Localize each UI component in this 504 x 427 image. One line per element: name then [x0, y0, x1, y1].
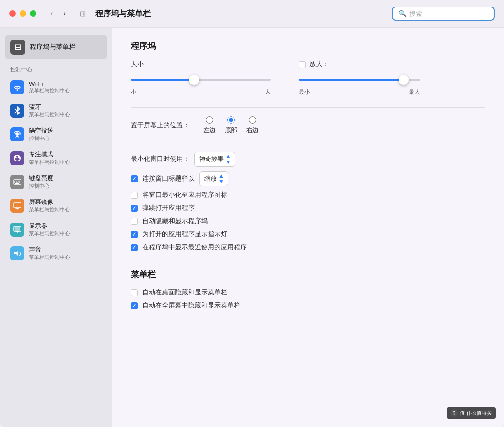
autohide-row: 自动隐藏和显示程序坞	[131, 217, 485, 225]
magnify-range-labels: 最小 最大	[299, 88, 420, 96]
sidebar-item-focus[interactable]: 专注模式 菜单栏与控制中心	[5, 147, 107, 169]
position-bottom-option[interactable]: 底部	[225, 116, 237, 134]
back-arrow[interactable]: ‹	[47, 8, 57, 19]
magnify-label-row: 放大：	[299, 60, 420, 69]
magnify-slider-container	[299, 74, 420, 83]
position-left-label: 左边	[203, 126, 216, 134]
svg-point-0	[16, 133, 19, 136]
mirror-text: 屏幕镜像 菜单栏与控制中心	[29, 198, 70, 213]
position-left-radio[interactable]	[206, 116, 213, 124]
svg-rect-4	[18, 181, 19, 182]
size-slider-group: 大小： 小 大	[131, 60, 271, 96]
search-box: 🔍	[392, 7, 495, 21]
titlebar: ‹ › ⊞ 程序坞与菜单栏 🔍	[0, 0, 504, 28]
double-click-effect-select[interactable]: 缩放 ▲▼	[199, 171, 228, 186]
size-slider[interactable]	[131, 79, 271, 81]
size-slider-container	[131, 74, 271, 83]
sidebar: ⊟ 程序坞与菜单栏 控制中心 Wi-Fi 菜单栏与控制中心 蓝牙	[0, 28, 112, 427]
svg-rect-3	[16, 181, 17, 182]
indicators-checkbox[interactable]	[131, 231, 138, 238]
position-bottom-radio[interactable]	[227, 116, 235, 124]
magnify-slider-group: 放大： 最小 最大	[299, 60, 420, 96]
mirror-icon	[10, 199, 24, 213]
question-mark-icon: ?	[450, 409, 458, 417]
position-left-option[interactable]: 左边	[203, 116, 216, 134]
svg-rect-5	[19, 181, 20, 182]
menubar-desktop-checkbox[interactable]	[131, 289, 138, 296]
close-button[interactable]	[9, 10, 16, 17]
svg-rect-7	[16, 182, 19, 183]
size-range-labels: 小 大	[131, 88, 271, 96]
size-label: 大小：	[131, 60, 271, 69]
sidebar-item-wifi[interactable]: Wi-Fi 菜单栏与控制中心	[5, 77, 107, 98]
nav-arrows: ‹ ›	[47, 8, 70, 19]
main-layout: ⊟ 程序坞与菜单栏 控制中心 Wi-Fi 菜单栏与控制中心 蓝牙	[0, 28, 504, 427]
content-area: 程序坞 大小： 小 大 放大：	[112, 28, 504, 427]
recent-row: 在程序坞中显示最近使用的应用程序	[131, 243, 485, 252]
sidebar-selected-item[interactable]: ⊟ 程序坞与菜单栏	[5, 35, 107, 59]
minimize-to-icon-checkbox[interactable]	[131, 192, 138, 199]
position-right-option[interactable]: 右边	[246, 116, 259, 134]
bounce-row: 弹跳打开应用程序	[131, 204, 485, 212]
bluetooth-text: 蓝牙 菜单栏与控制中心	[29, 103, 70, 118]
dock-section-title: 程序坞	[131, 41, 485, 52]
svg-rect-9	[15, 183, 19, 184]
airdrop-icon	[10, 127, 24, 141]
focus-text: 专注模式 菜单栏与控制中心	[29, 150, 70, 166]
watermark: ? 值 什么值得买	[447, 407, 496, 419]
wifi-icon	[10, 80, 24, 94]
double-click-row: 连按窗口标题栏以 缩放 ▲▼	[131, 171, 485, 186]
watermark-text: 值 什么值得买	[460, 410, 492, 417]
airdrop-text: 隔空投送 控制中心	[29, 126, 53, 142]
position-right-label: 右边	[246, 126, 259, 134]
display-icon	[10, 223, 24, 237]
minimize-row: 最小化窗口时使用： 神奇效果 ▲▼	[131, 152, 485, 167]
titlebar-title: 程序坞与菜单栏	[95, 8, 385, 19]
svg-rect-6	[14, 182, 15, 183]
minimize-button[interactable]	[20, 10, 26, 17]
sound-icon	[10, 246, 24, 260]
sidebar-item-mirror[interactable]: 屏幕镜像 菜单栏与控制中心	[5, 194, 107, 217]
position-right-radio[interactable]	[249, 116, 256, 124]
recent-checkbox[interactable]	[131, 244, 138, 251]
magnify-checkbox[interactable]	[299, 61, 306, 68]
sliders-row: 大小： 小 大 放大： 最小	[131, 60, 485, 96]
menubar-fullscreen-row: 自动在全屏幕中隐藏和显示菜单栏	[131, 301, 485, 310]
sidebar-item-display[interactable]: 显示器 菜单栏与控制中心	[5, 218, 107, 241]
forward-arrow[interactable]: ›	[60, 8, 70, 19]
divider-1	[131, 107, 485, 108]
position-row: 置于屏幕上的位置： 左边 底部 右边	[131, 116, 485, 134]
svg-rect-2	[14, 181, 15, 182]
svg-rect-10	[14, 203, 21, 208]
grid-icon[interactable]: ⊞	[77, 8, 88, 19]
menubar-fullscreen-checkbox[interactable]	[131, 302, 138, 309]
selected-icon: ⊟	[10, 40, 25, 55]
magnify-slider[interactable]	[299, 79, 420, 81]
wifi-text: Wi-Fi 菜单栏与控制中心	[29, 80, 70, 94]
sidebar-item-keyboard[interactable]: 键盘亮度 控制中心	[5, 170, 107, 193]
search-icon: 🔍	[399, 10, 406, 17]
svg-rect-8	[19, 182, 20, 183]
sidebar-section-title: 控制中心	[5, 66, 107, 74]
focus-icon	[10, 151, 24, 165]
select-arrows-2-icon: ▲▼	[218, 173, 224, 184]
traffic-lights	[9, 10, 36, 17]
indicators-row: 为打开的应用程序显示指示灯	[131, 230, 485, 238]
keyboard-text: 键盘亮度 控制中心	[29, 174, 53, 189]
position-bottom-label: 底部	[225, 126, 237, 134]
bounce-checkbox[interactable]	[131, 205, 138, 212]
double-click-checkbox[interactable]	[131, 175, 138, 182]
divider-3	[131, 260, 485, 260]
search-input[interactable]	[409, 10, 484, 17]
sidebar-item-bluetooth[interactable]: 蓝牙 菜单栏与控制中心	[5, 99, 107, 122]
select-arrows-icon: ▲▼	[225, 154, 231, 165]
minimize-effect-select[interactable]: 神奇效果 ▲▼	[194, 152, 235, 167]
display-text: 显示器 菜单栏与控制中心	[29, 222, 70, 237]
autohide-checkbox[interactable]	[131, 218, 138, 225]
maximize-button[interactable]	[30, 10, 36, 17]
sidebar-item-sound[interactable]: 声音 菜单栏与控制中心	[5, 242, 107, 265]
position-label: 置于屏幕上的位置：	[131, 121, 189, 130]
sidebar-item-airdrop[interactable]: 隔空投送 控制中心	[5, 123, 107, 146]
divider-2	[131, 143, 485, 143]
minimize-to-icon-row: 将窗口最小化至应用程序图标	[131, 191, 485, 199]
